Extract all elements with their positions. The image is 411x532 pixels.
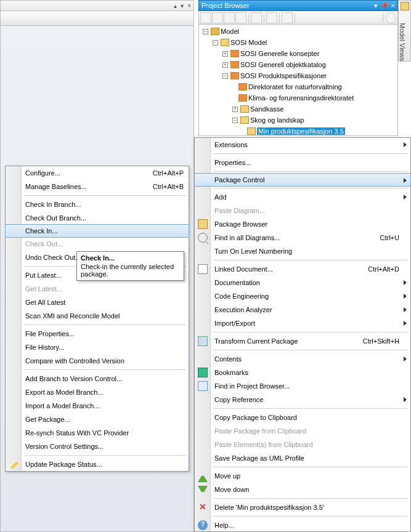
package-icon bbox=[240, 116, 249, 124]
menu-item-label: Re-synch Status With VC Provider bbox=[25, 426, 129, 440]
sub-check-in[interactable]: Check In... bbox=[5, 224, 189, 238]
toolbar-button[interactable] bbox=[212, 12, 223, 23]
package-icon bbox=[230, 61, 239, 68]
pin-icon[interactable]: 📌 bbox=[380, 2, 389, 10]
toolbar-button[interactable] bbox=[224, 12, 235, 23]
menu-item-label: Get Latest... bbox=[25, 282, 62, 296]
toolbar-button[interactable] bbox=[200, 12, 211, 23]
submenu-arrow-icon bbox=[404, 294, 407, 299]
tooltip-body: Check-in the currently selected package. bbox=[81, 263, 174, 278]
project-browser-toolbar: ? bbox=[198, 11, 398, 25]
left-toolbar bbox=[0, 11, 194, 26]
tooltip: Check In... Check-in the currently selec… bbox=[76, 251, 184, 281]
menu-item-label: Get All Latest bbox=[25, 296, 65, 309]
menu-item-label: Check Out Branch... bbox=[25, 211, 86, 225]
move-down-icon[interactable] bbox=[354, 12, 365, 23]
submenu-arrow-icon bbox=[404, 280, 407, 285]
collapse-icon[interactable]: ▴ bbox=[174, 2, 177, 9]
toolbar-button[interactable] bbox=[266, 12, 277, 23]
sub-add-branch-to-version-control[interactable]: Add Branch to Version Control... bbox=[6, 372, 189, 385]
menu-item-label: Undo Check Out... bbox=[25, 251, 81, 264]
help-icon[interactable]: ? bbox=[385, 12, 396, 23]
menu-item-label: Configure... bbox=[25, 166, 60, 180]
tree-row[interactable]: −Skog og landskap bbox=[200, 115, 396, 126]
project-tree[interactable]: −Model −SOSI Model +SOSI Generelle konse… bbox=[198, 25, 398, 136]
sub-update-package-status[interactable]: Update Package Status... bbox=[6, 457, 189, 471]
toolbar-button[interactable] bbox=[251, 12, 262, 23]
sub-export-as-model-branch[interactable]: Export as Model Branch... bbox=[6, 385, 189, 399]
menu-item-label: Check Out... bbox=[25, 237, 63, 251]
sub-check-in-branch[interactable]: Check In Branch... bbox=[6, 198, 189, 211]
submenu-arrow-icon bbox=[404, 142, 407, 147]
menu-item-label: Check In... bbox=[25, 224, 58, 238]
menu-item-label: Manage Baselines... bbox=[25, 180, 87, 193]
tree-row[interactable]: +SOSI Generell objektkatalog bbox=[200, 59, 396, 70]
menu-item-label: Import a Model Branch... bbox=[25, 399, 99, 413]
submenu-arrow-icon bbox=[404, 397, 407, 402]
tree-row[interactable]: −Model bbox=[200, 26, 396, 37]
menu-separator bbox=[24, 455, 186, 456]
submenu-arrow-icon bbox=[404, 357, 407, 361]
tree-row[interactable]: +Sandkasse bbox=[200, 103, 396, 115]
package-icon bbox=[230, 50, 239, 57]
submenu-arrow-icon bbox=[404, 307, 407, 312]
menu-separator bbox=[24, 324, 186, 325]
sub-import-a-model-branch[interactable]: Import a Model Branch... bbox=[6, 399, 189, 413]
menu-item-label: Put Latest... bbox=[25, 268, 62, 282]
package-icon bbox=[247, 127, 256, 135]
close-icon[interactable]: × bbox=[187, 2, 191, 9]
menu-shortcut: Ctrl+Alt+P bbox=[153, 166, 184, 180]
submenu-arrow-icon bbox=[404, 195, 407, 200]
sub-get-package[interactable]: Get Package... bbox=[6, 413, 189, 426]
tree-row[interactable]: Klima- og forurensningsdirektoratet bbox=[200, 92, 396, 103]
move-up-icon[interactable] bbox=[312, 12, 324, 23]
side-tab-label: Model Views bbox=[399, 12, 406, 61]
sub-file-properties[interactable]: File Properties... bbox=[6, 327, 189, 341]
package-icon bbox=[221, 39, 229, 46]
dropdown-icon[interactable]: ▾ bbox=[374, 2, 378, 10]
submenu-arrow-icon bbox=[404, 178, 407, 183]
ctx-package-control[interactable]: Package Control bbox=[194, 173, 411, 187]
menu-item-label: Compare with Controlled Version bbox=[25, 354, 124, 368]
menu-separator bbox=[24, 369, 186, 370]
dropdown-icon[interactable]: ▾ bbox=[181, 2, 184, 9]
sub-version-control-settings[interactable]: Version Control Settings... bbox=[6, 440, 189, 453]
sub-get-all-latest[interactable]: Get All Latest bbox=[6, 296, 189, 309]
sub-re-synch-status-with-vc-provider[interactable]: Re-synch Status With VC Provider bbox=[6, 426, 189, 440]
menu-item-label: Version Control Settings... bbox=[25, 440, 104, 453]
model-icon bbox=[211, 28, 219, 35]
project-browser-panel: Project Browser ▾ 📌 × ? −Model −SOSI Mod… bbox=[198, 0, 398, 532]
sub-check-out-branch[interactable]: Check Out Branch... bbox=[6, 211, 189, 225]
package-control-submenu: Configure...Ctrl+Alt+PManage Baselines..… bbox=[5, 166, 189, 472]
toolbar-button[interactable] bbox=[282, 12, 293, 23]
menu-item-label: Update Package Status... bbox=[25, 457, 102, 471]
sub-manage-baselines[interactable]: Manage Baselines...Ctrl+Alt+B bbox=[6, 180, 189, 193]
left-panel-titlebar: ▴ ▾ × bbox=[0, 0, 194, 11]
menu-item-label: File History... bbox=[25, 341, 64, 354]
project-browser-title: Project Browser bbox=[201, 2, 250, 9]
menu-shortcut: Ctrl+Alt+B bbox=[153, 180, 184, 193]
menu-item-label: Package Control bbox=[214, 173, 264, 187]
sub-configure[interactable]: Configure...Ctrl+Alt+P bbox=[6, 166, 189, 180]
tooltip-title: Check In... bbox=[81, 254, 180, 262]
menu-item-label: Export as Model Branch... bbox=[25, 385, 104, 399]
project-browser-titlebar: Project Browser ▾ 📌 × bbox=[198, 0, 398, 11]
tree-row[interactable]: Direktoratet for naturforvaltning bbox=[200, 81, 396, 92]
menu-item-label: Scan XMI and Reconcile Model bbox=[25, 309, 120, 323]
pencil-icon bbox=[9, 459, 18, 469]
sub-file-history[interactable]: File History... bbox=[6, 341, 189, 354]
sub-scan-xmi-and-reconcile-model[interactable]: Scan XMI and Reconcile Model bbox=[6, 309, 189, 323]
tree-row[interactable]: −SOSI Model bbox=[200, 37, 396, 48]
menu-item-label: File Properties... bbox=[25, 327, 75, 341]
sub-check-out: Check Out... bbox=[6, 237, 189, 251]
menu-item-label: Add Branch to Version Control... bbox=[25, 372, 122, 385]
tree-row[interactable]: −SOSI Produktspesifikasjoner bbox=[200, 70, 396, 81]
sub-compare-with-controlled-version[interactable]: Compare with Controlled Version bbox=[6, 354, 189, 368]
tree-row[interactable]: +SOSI Generelle konsepter bbox=[200, 48, 396, 59]
package-icon bbox=[240, 105, 249, 113]
close-icon[interactable]: × bbox=[391, 2, 395, 10]
toolbar-button[interactable] bbox=[235, 12, 246, 23]
side-tab-model-views[interactable]: Model Views bbox=[398, 0, 411, 62]
submenu-arrow-icon bbox=[404, 321, 407, 326]
tree-row-selected[interactable]: Min produktspesifikasjon 3.5 bbox=[200, 126, 396, 136]
